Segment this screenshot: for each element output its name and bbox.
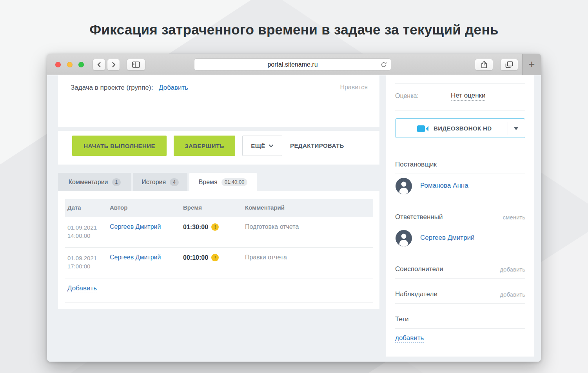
finish-task-button[interactable]: ЗАВЕРШИТЬ [174, 136, 235, 156]
tab-time-label: Время [199, 179, 218, 186]
divider [395, 110, 525, 110]
start-task-button[interactable]: НАЧАТЬ ВЫПОЛНЕНИЕ [72, 136, 167, 156]
divider [395, 226, 525, 226]
more-actions-button[interactable]: ЕЩЁ [242, 136, 282, 156]
divider [395, 278, 525, 279]
chevron-down-icon [269, 144, 274, 147]
maximize-window-button[interactable] [78, 62, 84, 67]
caret-down-icon[interactable] [514, 127, 518, 130]
tab-history-badge: 4 [170, 178, 179, 186]
tab-time-badge: 01:40:00 [221, 178, 248, 186]
section-title-creator: Постановщик [395, 161, 437, 168]
add-time-link[interactable]: Добавить [67, 284, 97, 293]
chevron-left-icon [97, 62, 101, 68]
tabs-icon [505, 61, 513, 68]
divider [65, 302, 373, 303]
divider [70, 109, 368, 109]
duration-value: 01:30:00 [183, 224, 208, 231]
forward-button[interactable] [107, 59, 120, 71]
person-icon [396, 230, 412, 246]
column-header-comment: Комментарий [245, 204, 285, 211]
table-row: 01.09.2021 17:00:00 Сергеев Дмитрий 00:1… [65, 248, 373, 279]
address-bar[interactable]: portal.sitename.ru [194, 58, 391, 71]
rating-value-link[interactable]: Нет оценки [451, 92, 485, 101]
time-of-day-value: 17:00:00 [67, 262, 97, 270]
responsible-name-link[interactable]: Сергеев Дмитрий [420, 234, 475, 242]
column-header-time: Время [183, 204, 202, 211]
video-camera-icon [417, 125, 429, 132]
cell-comment: Правки отчета [245, 254, 287, 261]
time-table-header: Дата Автор Время Комментарий [65, 199, 373, 217]
duration-value: 00:10:00 [183, 254, 208, 261]
tab-time[interactable]: Время 01:40:00 [189, 173, 257, 191]
cell-date: 01.09.2021 14:00:00 [67, 223, 97, 240]
task-sidebar: Оценка: Нет оценки ВИДЕОЗВОНОК HD Постан… [386, 75, 534, 357]
sidebar-icon [132, 62, 140, 68]
browser-window: portal.sitename.ru + Задача в проекте (г… [47, 54, 541, 362]
reload-icon[interactable] [380, 61, 387, 68]
plus-icon: + [529, 58, 535, 71]
project-add-link[interactable]: Добавить [159, 84, 188, 92]
rating-label: Оценка: [395, 92, 419, 100]
task-project-panel: Задача в проекте (группе): Добавить Нрав… [58, 75, 379, 127]
section-title-tags: Теги [395, 315, 409, 323]
video-call-button[interactable]: ВИДЕОЗВОНОК HD [395, 118, 525, 138]
section-title-coexecutors: Соисполнители [395, 265, 443, 273]
section-title-responsible: Ответственный [395, 213, 443, 221]
page-title: Фиксация затраченного времени в задаче з… [0, 22, 588, 38]
portal-page: Задача в проекте (группе): Добавить Нрав… [47, 75, 541, 362]
divider [395, 83, 525, 84]
column-header-author: Автор [110, 204, 127, 211]
edit-task-button[interactable]: РЕДАКТИРОВАТЬ [290, 136, 344, 156]
tab-history[interactable]: История 4 [133, 173, 187, 191]
like-button[interactable]: Нравится [340, 84, 368, 91]
share-icon [481, 61, 487, 69]
sidebar-toggle-button[interactable] [127, 59, 145, 71]
chevron-right-icon [112, 62, 116, 68]
tab-history-label: История [142, 179, 166, 186]
close-window-button[interactable] [55, 62, 61, 67]
cell-comment: Подготовка отчета [245, 223, 299, 230]
divider [508, 122, 508, 135]
desktop-background: Фиксация затраченного времени в задаче з… [0, 0, 588, 373]
date-value: 01.09.2021 [67, 223, 97, 232]
time-tab-panel: Дата Автор Время Комментарий 01.09.2021 … [58, 191, 379, 309]
more-actions-label: ЕЩЁ [251, 143, 265, 149]
url-text: portal.sitename.ru [267, 61, 318, 68]
divider [395, 303, 525, 304]
project-group-label: Задача в проекте (группе): [71, 84, 153, 91]
cell-date: 01.09.2021 17:00:00 [67, 254, 97, 270]
browser-toolbar: portal.sitename.ru + [47, 54, 541, 75]
add-tag-link[interactable]: добавить [395, 334, 424, 343]
warning-icon: ! [211, 223, 219, 231]
video-call-label: ВИДЕОЗВОНОК HD [434, 125, 492, 132]
section-title-observers: Наблюдатели [395, 290, 437, 298]
tab-comments-badge: 1 [112, 178, 121, 186]
task-actions-panel: НАЧАТЬ ВЫПОЛНЕНИЕ ЗАВЕРШИТЬ ЕЩЁ РЕДАКТИР… [58, 131, 379, 165]
avatar[interactable] [396, 230, 412, 246]
warning-icon: ! [211, 254, 219, 261]
add-observer-link[interactable]: добавить [500, 291, 525, 298]
back-button[interactable] [93, 59, 105, 71]
table-row: 01.09.2021 14:00:00 Сергеев Дмитрий 01:3… [65, 217, 373, 248]
new-tab-button[interactable]: + [522, 54, 541, 75]
tab-overview-button[interactable] [500, 59, 518, 71]
time-of-day-value: 14:00:00 [67, 232, 97, 240]
column-header-date: Дата [67, 204, 81, 211]
avatar[interactable] [396, 178, 412, 194]
date-value: 01.09.2021 [67, 254, 97, 262]
divider [395, 328, 525, 329]
cell-duration: 00:10:00 ! [183, 254, 219, 261]
cell-duration: 01:30:00 ! [183, 223, 219, 231]
minimize-window-button[interactable] [67, 62, 73, 67]
add-coexecutor-link[interactable]: добавить [500, 266, 525, 273]
change-responsible-link[interactable]: сменить [503, 214, 525, 221]
creator-name-link[interactable]: Романова Анна [420, 182, 468, 190]
divider [395, 174, 525, 174]
person-icon [396, 178, 412, 194]
author-link[interactable]: Сергеев Дмитрий [110, 254, 161, 261]
share-button[interactable] [475, 59, 493, 71]
tab-comments[interactable]: Комментарии 1 [58, 173, 131, 191]
author-link[interactable]: Сергеев Дмитрий [110, 223, 161, 230]
tab-comments-label: Комментарии [69, 179, 108, 186]
